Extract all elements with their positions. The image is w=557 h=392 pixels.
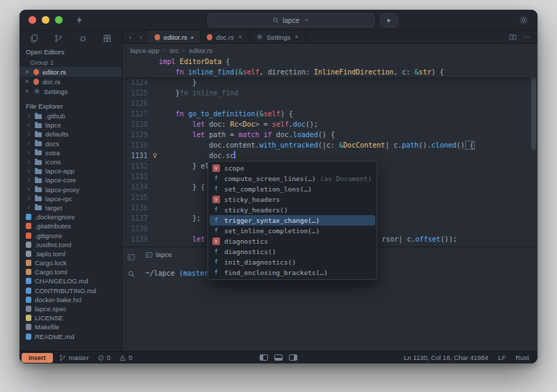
error-indicator[interactable]: 0	[97, 354, 111, 361]
completion-label: sticky_headers()	[224, 206, 288, 214]
gutter-spacer	[150, 182, 159, 192]
cursor-position[interactable]: Ln 1130, Col 18, Char 41984	[404, 354, 488, 361]
tree-item[interactable]: docs	[19, 139, 122, 148]
warning-indicator[interactable]: 0	[119, 354, 132, 361]
close-icon[interactable]: ×	[237, 34, 243, 40]
tree-item[interactable]: lapce-core	[19, 175, 122, 185]
code-line[interactable]: 1127 fn go_to_definition(&self) {	[123, 109, 538, 119]
close-icon[interactable]: ×	[24, 69, 30, 75]
completion-item[interactable]: fset_inline_completion(…)	[210, 226, 375, 236]
tree-item[interactable]: CHANGELOG.md	[19, 276, 122, 285]
close-icon[interactable]: ×	[294, 34, 299, 40]
tab-navigation: ‹ ›	[123, 31, 148, 43]
completion-item[interactable]: fsticky_headers()	[210, 205, 375, 215]
tree-item[interactable]: .dockerignore	[19, 212, 122, 221]
tree-item[interactable]: lapce	[19, 120, 122, 130]
completion-item[interactable]: vscope	[210, 163, 375, 173]
tree-item[interactable]: .github	[19, 111, 122, 120]
tree-item[interactable]: .taplo.toml	[19, 249, 122, 258]
tree-item[interactable]: docker-bake.hcl	[19, 295, 122, 304]
code-line[interactable]: 1129 let path = match if doc.loaded() {	[123, 130, 538, 140]
minimize-window-button[interactable]	[42, 16, 49, 24]
explorer-icon[interactable]	[30, 34, 38, 42]
tree-item[interactable]: lapce-proxy	[19, 185, 122, 194]
debug-icon[interactable]	[79, 34, 87, 42]
settings-icon[interactable]	[519, 15, 528, 25]
tree-item[interactable]: lapce.spec	[19, 304, 122, 313]
code-line[interactable]: impl EditorData {	[123, 56, 538, 67]
code-line[interactable]: fn inline_find(&self, direction: InlineF…	[123, 67, 538, 77]
editor-tab[interactable]: editor.rs●	[148, 31, 201, 43]
completion-item[interactable]: finit_diagnostics()	[210, 257, 375, 267]
tree-item[interactable]: Cargo.lock	[19, 258, 122, 267]
tree-item[interactable]: lapce-rpc	[19, 194, 122, 203]
run-button[interactable]	[380, 13, 398, 27]
source-control-icon[interactable]	[54, 34, 63, 42]
completion-item[interactable]: ffind_enclosing_brackets(…)	[210, 267, 375, 278]
line-number: 1131	[123, 150, 150, 161]
tree-item[interactable]: LICENSE	[19, 313, 122, 322]
code-line[interactable]: 1125 }fn inline_find	[123, 88, 538, 98]
line-ending[interactable]: LF	[498, 354, 505, 361]
function-kind-icon: f	[212, 185, 220, 193]
breadcrumb-item[interactable]: editor.rs	[189, 47, 212, 54]
git-branch-indicator[interactable]: master	[59, 354, 89, 361]
code-line[interactable]: 1126	[123, 98, 538, 109]
language-mode[interactable]: Rust	[515, 354, 529, 361]
tree-item[interactable]: CONTRIBUTING.md	[19, 286, 122, 295]
tree-item-label: CHANGELOG.md	[35, 277, 88, 285]
code-text: let path = match if doc.loaded() {	[159, 130, 335, 140]
tree-item[interactable]: defaults	[19, 130, 122, 139]
toggle-right-panel-icon[interactable]	[289, 354, 297, 361]
tree-item[interactable]: .rustfmt.toml	[19, 240, 122, 249]
tree-item[interactable]: Cargo.toml	[19, 267, 122, 276]
breadcrumb: lapce-app›src›editor.rs	[123, 44, 538, 56]
tree-item[interactable]: README.md	[19, 332, 122, 341]
editor-tab[interactable]: Settings×	[250, 31, 306, 43]
completion-item[interactable]: fcompute_screen_lines(…) (as Document)	[210, 173, 375, 184]
open-editors-header[interactable]: Open Editors	[19, 46, 122, 57]
code-line[interactable]: 1128 let doc: Rc<Doc> = self.doc();	[123, 119, 538, 130]
maximize-window-button[interactable]	[55, 16, 63, 24]
editor-tab[interactable]: doc.rs×	[201, 31, 250, 43]
breadcrumb-item[interactable]: src	[170, 47, 179, 54]
close-icon[interactable]: ×	[24, 88, 30, 95]
extensions-icon[interactable]	[103, 34, 111, 42]
chevron-right-icon	[26, 196, 31, 201]
close-window-button[interactable]	[29, 16, 36, 24]
gutter-spacer	[150, 171, 159, 182]
breadcrumb-item[interactable]: lapce-app	[130, 47, 159, 54]
editor-mode-badge[interactable]: Insert	[22, 353, 53, 363]
completion-item[interactable]: ftrigger_syntax_change(…)	[210, 215, 375, 226]
split-editor-icon[interactable]	[509, 33, 517, 41]
code-line[interactable]: 1130 doc.content.with_untracked(|c: &Doc…	[123, 140, 538, 150]
tree-item[interactable]: lapce-app	[19, 166, 122, 175]
terminal-panel-icon[interactable]	[127, 253, 135, 261]
open-editor-item[interactable]: ×doc.rs	[19, 77, 122, 86]
tree-item[interactable]: target	[19, 203, 122, 212]
tree-item[interactable]: .gitignore	[19, 230, 122, 240]
file-explorer-header[interactable]: File Explorer	[19, 100, 122, 111]
tree-item[interactable]: .gitattributes	[19, 221, 122, 230]
code-line[interactable]: 1131 doc.sc	[123, 150, 538, 161]
tree-item[interactable]: extra	[19, 148, 122, 157]
completion-item[interactable]: fdiagnostics()	[210, 246, 375, 257]
tree-item[interactable]: Makefile	[19, 322, 122, 331]
gutter-spacer	[150, 67, 159, 77]
close-icon[interactable]: ×	[24, 79, 30, 85]
forward-icon[interactable]: ›	[136, 33, 145, 41]
search-panel-icon[interactable]	[127, 270, 135, 278]
open-editor-item[interactable]: ×editor.rs	[19, 67, 122, 77]
back-icon[interactable]: ‹	[126, 33, 134, 41]
command-palette[interactable]: lapce	[207, 13, 375, 27]
completion-item[interactable]: vdiagnostics	[210, 236, 375, 246]
toggle-bottom-panel-icon[interactable]	[274, 354, 283, 361]
completion-item[interactable]: vsticky_headers	[210, 194, 375, 205]
tree-item[interactable]: icons	[19, 157, 122, 166]
code-line[interactable]: 1124 }	[123, 77, 538, 88]
gutter-spacer	[150, 77, 159, 88]
toggle-left-panel-icon[interactable]	[260, 354, 268, 361]
more-actions-icon[interactable]	[523, 33, 531, 41]
open-editor-item[interactable]: ×Settings	[19, 86, 122, 96]
completion-item[interactable]: fset_completion_lens(…)	[210, 184, 375, 194]
